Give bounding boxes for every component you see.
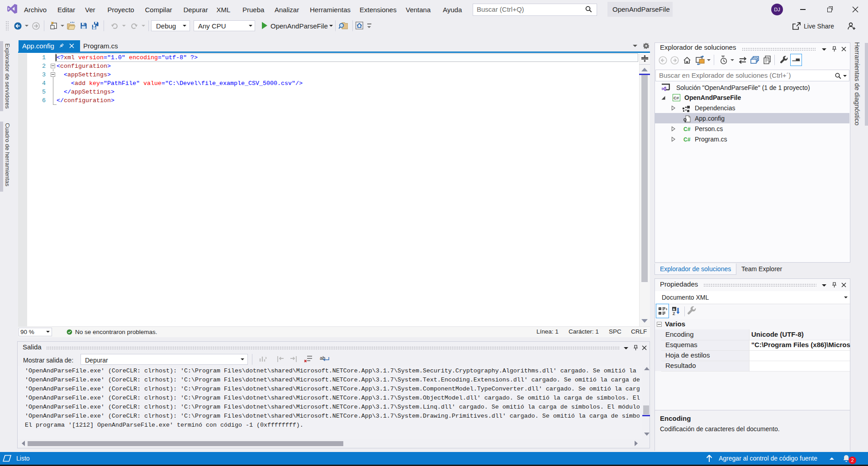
svg-text:Z: Z: [673, 311, 675, 315]
svg-text:A: A: [673, 307, 675, 311]
